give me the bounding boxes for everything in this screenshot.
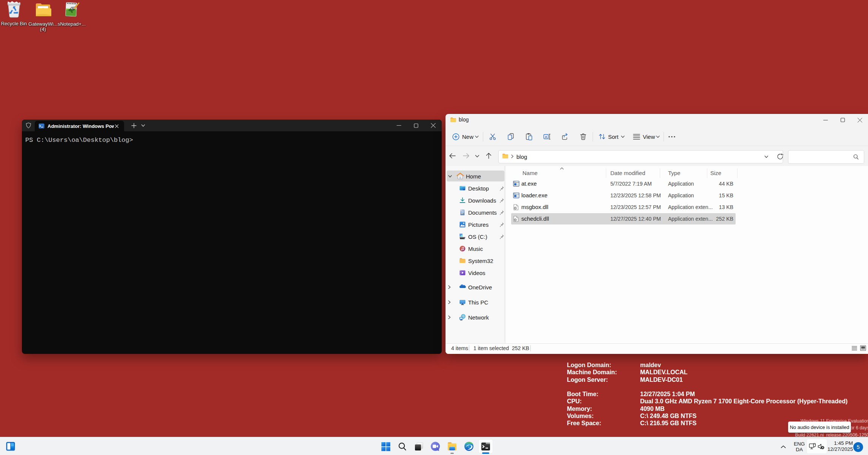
svg-text:A: A (545, 135, 547, 139)
